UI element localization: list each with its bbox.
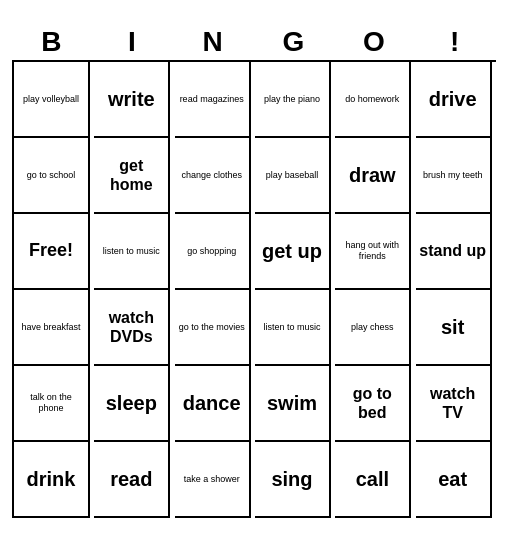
bingo-cell: hang out with friends: [335, 214, 411, 290]
bingo-cell: go shopping: [175, 214, 251, 290]
bingo-cell: get up: [255, 214, 331, 290]
bingo-cell: play chess: [335, 290, 411, 366]
bingo-cell: get home: [94, 138, 170, 214]
bingo-cell: talk on the phone: [14, 366, 90, 442]
header-letter: O: [337, 26, 413, 58]
bingo-grid: play volleyballwriteread magazinesplay t…: [12, 60, 496, 518]
bingo-cell: eat: [416, 442, 492, 518]
bingo-cell: draw: [335, 138, 411, 214]
bingo-card: BINGO! play volleyballwriteread magazine…: [8, 22, 500, 522]
bingo-cell: drive: [416, 62, 492, 138]
bingo-cell: brush my teeth: [416, 138, 492, 214]
bingo-cell: go to bed: [335, 366, 411, 442]
header-letter: !: [418, 26, 494, 58]
bingo-cell: read: [94, 442, 170, 518]
bingo-cell: listen to music: [255, 290, 331, 366]
bingo-cell: have breakfast: [14, 290, 90, 366]
bingo-cell: do homework: [335, 62, 411, 138]
bingo-cell: drink: [14, 442, 90, 518]
bingo-cell: swim: [255, 366, 331, 442]
bingo-cell: go to school: [14, 138, 90, 214]
bingo-cell: stand up: [416, 214, 492, 290]
bingo-cell: write: [94, 62, 170, 138]
bingo-cell: sing: [255, 442, 331, 518]
header-letter: B: [14, 26, 90, 58]
header-letter: N: [176, 26, 252, 58]
bingo-cell: play the piano: [255, 62, 331, 138]
bingo-header: BINGO!: [12, 26, 496, 58]
bingo-cell: watch DVDs: [94, 290, 170, 366]
bingo-cell: go to the movies: [175, 290, 251, 366]
bingo-cell: listen to music: [94, 214, 170, 290]
bingo-cell: sit: [416, 290, 492, 366]
bingo-cell: play baseball: [255, 138, 331, 214]
bingo-cell: dance: [175, 366, 251, 442]
bingo-cell: watch TV: [416, 366, 492, 442]
bingo-cell: sleep: [94, 366, 170, 442]
header-letter: G: [256, 26, 332, 58]
bingo-cell: read magazines: [175, 62, 251, 138]
bingo-cell: call: [335, 442, 411, 518]
bingo-cell: change clothes: [175, 138, 251, 214]
bingo-cell: Free!: [14, 214, 90, 290]
header-letter: I: [95, 26, 171, 58]
bingo-cell: take a shower: [175, 442, 251, 518]
bingo-cell: play volleyball: [14, 62, 90, 138]
